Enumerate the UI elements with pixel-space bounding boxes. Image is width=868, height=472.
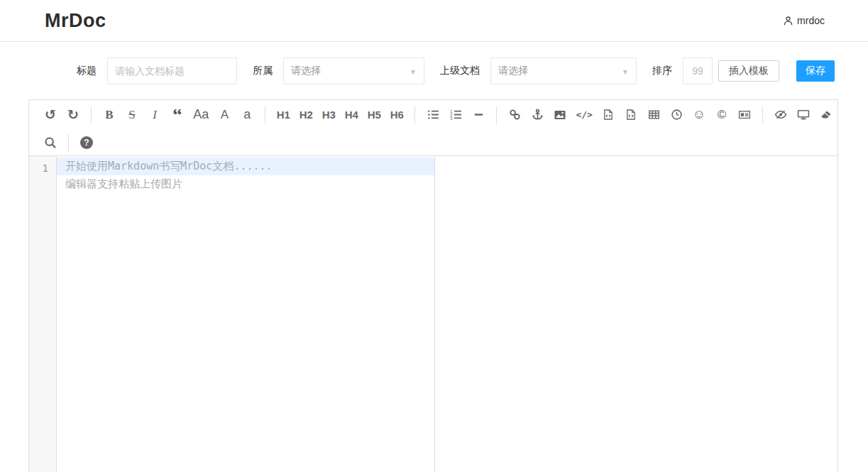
- toolbar-divider: [762, 106, 763, 124]
- ucwords-icon[interactable]: Aa: [194, 106, 208, 124]
- h4-button[interactable]: H4: [345, 106, 358, 124]
- markdown-editor: ↺ ↻ B S I “ Aa A a H1 H2 H3 H4 H5 H6 1 2…: [28, 99, 838, 472]
- placeholder-line-1: 开始使用Markdown书写MrDoc文档......: [57, 158, 434, 175]
- undo-icon[interactable]: ↺: [44, 106, 57, 124]
- editor-toolbar-row1: ↺ ↻ B S I “ Aa A a H1 H2 H3 H4 H5 H6 1 2…: [29, 100, 837, 129]
- placeholder-line-2: 编辑器支持粘贴上传图片: [57, 175, 434, 193]
- toolbar-divider: [91, 106, 92, 124]
- toolbar-divider: [496, 106, 497, 124]
- user-icon: [783, 16, 793, 26]
- doc-form: 标题 所属 请选择 ▼ 上级文档 请选择 ▼ 排序 插入模板 保存: [0, 57, 868, 84]
- html-entities-icon[interactable]: ©: [715, 106, 728, 124]
- uppercase-icon[interactable]: A: [218, 106, 231, 124]
- anchor-icon[interactable]: [531, 106, 544, 124]
- search-icon[interactable]: [44, 133, 57, 152]
- help-icon[interactable]: ?: [80, 133, 93, 152]
- horizontal-rule-icon[interactable]: [472, 106, 485, 124]
- datetime-icon[interactable]: [670, 106, 683, 124]
- username-label: mrdoc: [797, 15, 825, 26]
- preformatted-text-icon[interactable]: [602, 106, 615, 124]
- sort-input[interactable]: [683, 57, 713, 84]
- markdown-input-area[interactable]: 开始使用Markdown书写MrDoc文档...... 编辑器支持粘贴上传图片: [57, 156, 435, 472]
- h1-button[interactable]: H1: [277, 106, 290, 124]
- link-icon[interactable]: [508, 106, 521, 124]
- parent-doc-select-value: 请选择: [498, 65, 528, 77]
- app-logo[interactable]: MrDoc: [45, 10, 106, 32]
- project-select[interactable]: 请选择 ▼: [283, 57, 424, 84]
- toolbar-divider: [265, 106, 265, 124]
- svg-text:3: 3: [450, 116, 453, 121]
- image-icon[interactable]: [554, 106, 566, 124]
- redo-icon[interactable]: ↻: [67, 106, 79, 124]
- h2-button[interactable]: H2: [300, 106, 312, 124]
- list-ul-icon[interactable]: [427, 106, 439, 124]
- title-label: 标题: [77, 65, 97, 77]
- clear-icon[interactable]: [820, 106, 833, 124]
- h6-button[interactable]: H6: [390, 106, 403, 124]
- editor-body: 1 开始使用Markdown书写MrDoc文档...... 编辑器支持粘贴上传图…: [29, 155, 837, 472]
- project-select-value: 请选择: [291, 65, 321, 77]
- italic-icon[interactable]: I: [148, 106, 161, 124]
- insert-template-button[interactable]: 插入模板: [718, 60, 779, 82]
- list-ol-icon[interactable]: 1 2 3: [449, 106, 462, 124]
- top-header: MrDoc mrdoc: [0, 0, 868, 42]
- lowercase-icon[interactable]: a: [241, 106, 253, 124]
- chevron-down-icon: ▼: [622, 68, 629, 76]
- emoji-icon[interactable]: ☺: [693, 106, 705, 124]
- strikethrough-icon[interactable]: S: [126, 106, 138, 124]
- user-menu[interactable]: mrdoc: [783, 15, 825, 26]
- code-icon[interactable]: </>: [576, 106, 592, 124]
- save-button[interactable]: 保存: [796, 60, 835, 82]
- line-number: 1: [29, 156, 56, 177]
- sort-label: 排序: [652, 65, 672, 77]
- toolbar-divider: [68, 134, 69, 151]
- pagebreak-icon[interactable]: [738, 106, 751, 124]
- project-label: 所属: [253, 65, 273, 77]
- editor-toolbar-row2: ?: [29, 129, 837, 155]
- line-number-gutter: 1: [29, 156, 57, 472]
- preview-pane: [435, 156, 837, 472]
- bold-icon[interactable]: B: [103, 106, 116, 124]
- help-question-glyph: ?: [80, 136, 93, 149]
- preview-icon[interactable]: [797, 106, 810, 124]
- chevron-down-icon: ▼: [410, 68, 417, 76]
- code-block-icon[interactable]: [625, 106, 637, 124]
- quote-icon[interactable]: “: [171, 109, 184, 121]
- h3-button[interactable]: H3: [322, 106, 335, 124]
- watch-icon[interactable]: [774, 106, 787, 124]
- parent-doc-label: 上级文档: [440, 65, 480, 77]
- toolbar-divider: [414, 106, 415, 124]
- h5-button[interactable]: H5: [368, 106, 380, 124]
- title-input[interactable]: [107, 57, 237, 84]
- parent-doc-select[interactable]: 请选择 ▼: [490, 57, 637, 84]
- table-icon[interactable]: [647, 106, 660, 124]
